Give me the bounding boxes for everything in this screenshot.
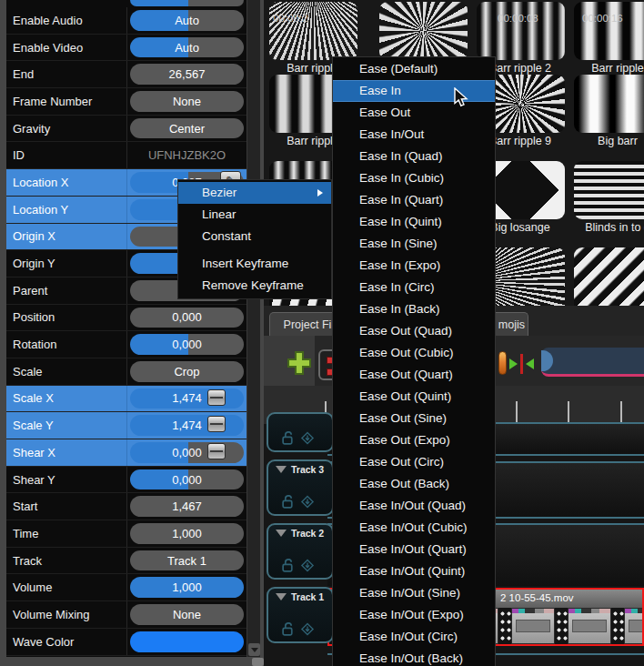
transition-thumb-barr-ripple-2[interactable] — [477, 2, 565, 60]
property-value-pill[interactable]: 0,000 — [130, 469, 244, 490]
keyframe-diamond-icon[interactable] — [300, 495, 315, 509]
property-row-scale-x[interactable]: Scale X1,474 — [6, 386, 247, 413]
ease-menu-item-ease-in-quint[interactable]: Ease In (Quint) — [333, 211, 495, 233]
add-marker-icon[interactable] — [498, 351, 507, 375]
property-value-pill[interactable]: Auto — [130, 10, 244, 31]
properties-scrollbar[interactable] — [247, 0, 260, 657]
keyframe-button[interactable] — [207, 389, 226, 406]
ease-menu-item-ease-out-circ[interactable]: Ease Out (Circ) — [333, 451, 495, 473]
property-value-pill[interactable] — [130, 631, 244, 652]
property-value-pill[interactable]: 26,567 — [130, 64, 244, 85]
keyframe-diamond-icon[interactable] — [300, 559, 315, 572]
property-value-pill[interactable]: 1,000 — [130, 523, 244, 544]
ease-menu-item-ease-in-out-circ[interactable]: Ease In/Out (Circ) — [333, 626, 495, 648]
property-value-pill[interactable]: 0,000 — [130, 442, 244, 463]
property-row-start[interactable]: Start1,467 — [6, 493, 247, 520]
ease-menu-item-ease-out-sine[interactable]: Ease Out (Sine) — [333, 408, 495, 429]
property-row-shear-y[interactable]: Shear Y0,000 — [6, 467, 247, 494]
ease-menu-item-ease-in-expo[interactable]: Ease In (Expo) — [333, 255, 495, 277]
property-row-gravity[interactable]: GravityCenter — [6, 116, 247, 143]
transition-thumb-big-barr[interactable] — [574, 75, 644, 133]
ease-menu-item-ease-in-out-quad[interactable]: Ease In/Out (Quad) — [333, 495, 495, 517]
timeline-zoom-slider[interactable] — [541, 348, 644, 377]
property-value-pill[interactable]: None — [130, 604, 244, 625]
lock-open-icon[interactable] — [281, 431, 295, 445]
property-value-pill[interactable]: Center — [130, 118, 244, 139]
ease-menu-item-ease-in-quart[interactable]: Ease In (Quart) — [333, 189, 495, 211]
scroll-down-button[interactable] — [248, 643, 260, 656]
snap-icon[interactable] — [509, 358, 518, 369]
property-row-rotation[interactable]: Rotation0,000 — [6, 331, 247, 358]
ease-menu-item-ease-in-out-cubic[interactable]: Ease In/Out (Cubic) — [333, 517, 495, 539]
track-header-partial[interactable] — [267, 412, 334, 452]
zoom-slider-knob[interactable] — [541, 350, 553, 371]
ease-menu-item-ease-in-out-sine[interactable]: Ease In/Out (Sine) — [333, 582, 495, 604]
track-header-track-2[interactable]: Track 2 — [267, 523, 334, 580]
property-value-pill[interactable]: Auto — [130, 37, 244, 58]
property-row-enable-audio[interactable]: Enable AudioAuto — [6, 7, 247, 35]
property-row-end[interactable]: End26,567 — [6, 61, 247, 88]
property-row-time[interactable]: Time1,000 — [6, 520, 247, 548]
lock-open-icon[interactable] — [281, 622, 295, 636]
ease-menu-item-ease-out-expo[interactable]: Ease Out (Expo) — [333, 429, 495, 451]
ease-menu-item-ease-out[interactable]: Ease Out — [333, 102, 495, 124]
property-row-id[interactable]: IDUFNHJZBK2O — [6, 142, 247, 169]
menu-item-bezier[interactable]: Bezier — [178, 182, 331, 204]
property-row-track[interactable]: TrackTrack 1 — [6, 548, 247, 575]
menu-item-insert-keyframe[interactable]: Insert Keyframe — [178, 253, 331, 275]
ease-menu-item-ease-in-out-quint[interactable]: Ease In/Out (Quint) — [333, 560, 495, 582]
ease-menu-item-ease-in-out-expo[interactable]: Ease In/Out (Expo) — [333, 604, 495, 626]
ease-menu-item-ease-out-quint[interactable]: Ease Out (Quint) — [333, 386, 495, 408]
transition-thumb-blinds-in-to-o[interactable] — [574, 161, 644, 219]
property-value-pill[interactable]: 0,000 — [130, 334, 244, 355]
transition-thumb-swirl[interactable] — [379, 2, 468, 60]
ease-menu-item-ease-out-back[interactable]: Ease Out (Back) — [333, 473, 495, 495]
property-value-pill[interactable]: Crop — [130, 361, 244, 382]
property-row-wave-color[interactable]: Wave Color — [6, 629, 247, 656]
ease-menu-item-ease-in-out-quart[interactable]: Ease In/Out (Quart) — [333, 539, 495, 560]
ease-menu-item-ease-default[interactable]: Ease (Default) — [333, 58, 495, 80]
menu-item-constant[interactable]: Constant — [178, 226, 331, 247]
ease-menu-item-ease-out-quart[interactable]: Ease Out (Quart) — [333, 364, 495, 386]
keyframe-button[interactable] — [207, 416, 226, 432]
transition-thumb-barr-ripple[interactable] — [574, 2, 644, 60]
resize-grip[interactable] — [252, 658, 264, 666]
lock-open-icon[interactable] — [281, 495, 295, 509]
ease-menu-item-ease-in-circ[interactable]: Ease In (Circ) — [333, 277, 495, 298]
ease-menu-item-ease-in-back[interactable]: Ease In (Back) — [333, 298, 495, 320]
ease-menu-item-ease-out-cubic[interactable]: Ease Out (Cubic) — [333, 342, 495, 364]
add-track-icon[interactable] — [286, 349, 313, 377]
property-row-volume[interactable]: Volume1,000 — [6, 574, 247, 601]
ease-menu-item-ease-in-quad[interactable]: Ease In (Quad) — [333, 146, 495, 167]
property-value-pill[interactable]: 1,467 — [130, 496, 244, 517]
ease-menu-item-ease-in[interactable]: Ease In — [333, 80, 495, 102]
chevron-down-icon[interactable] — [276, 530, 287, 537]
menu-item-linear[interactable]: Linear — [178, 204, 331, 226]
property-value-pill[interactable]: 1,474 — [130, 388, 244, 409]
track-header-track-3[interactable]: Track 3 — [267, 459, 334, 516]
property-value-pill[interactable]: 1,000 — [130, 577, 244, 598]
property-row-shear-x[interactable]: Shear X0,000 — [6, 439, 247, 467]
keyframe-diamond-icon[interactable] — [300, 622, 315, 636]
property-row-position[interactable]: Position0,000 — [6, 305, 247, 332]
property-row-frame-number[interactable]: Frame NumberNone — [6, 88, 247, 116]
property-value-pill[interactable]: 1,474 — [130, 415, 244, 436]
lock-open-icon[interactable] — [281, 559, 295, 572]
menu-item-remove-keyframe[interactable]: Remove Keyframe — [178, 275, 331, 297]
chevron-down-icon[interactable] — [276, 593, 287, 600]
ease-menu-item-ease-in-out-back[interactable]: Ease In/Out (Back) — [333, 648, 495, 666]
property-value-pill[interactable]: 0,000 — [130, 308, 244, 328]
property-value-pill[interactable]: None — [130, 91, 244, 112]
property-row-scale[interactable]: ScaleCrop — [6, 358, 247, 386]
property-row-volume-mixing[interactable]: Volume MixingNone — [6, 601, 247, 629]
transition-thumb-diag[interactable] — [574, 247, 644, 306]
ease-menu-item-ease-in-out[interactable]: Ease In/Out — [333, 124, 495, 146]
ease-menu-item-ease-in-sine[interactable]: Ease In (Sine) — [333, 233, 495, 255]
property-row-scale-y[interactable]: Scale Y1,474 — [6, 412, 247, 439]
keyframe-button[interactable] — [207, 443, 226, 459]
track-header-track-1[interactable]: Track 1 — [267, 587, 334, 643]
ease-menu-item-ease-out-quad[interactable]: Ease Out (Quad) — [333, 320, 495, 342]
keyframe-diamond-icon[interactable] — [300, 431, 315, 445]
property-row-enable-video[interactable]: Enable VideoAuto — [6, 35, 247, 62]
chevron-down-icon[interactable] — [276, 466, 287, 473]
